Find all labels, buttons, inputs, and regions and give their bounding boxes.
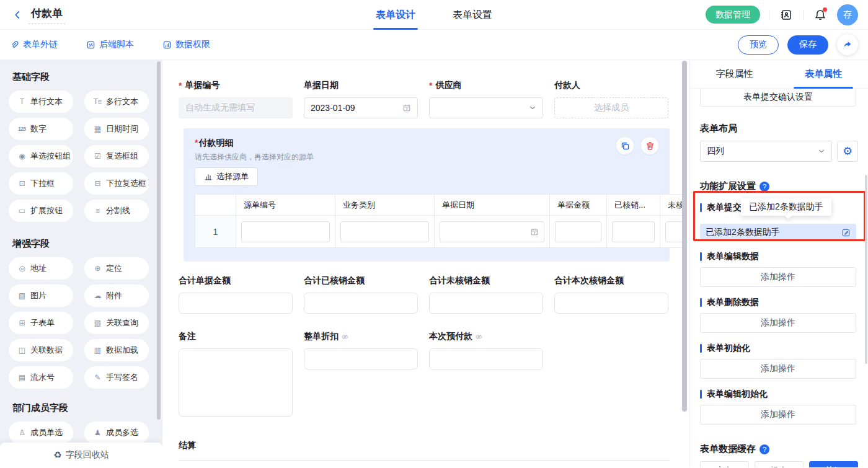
doc-date-input[interactable]: 2023-01-09 <box>304 97 418 118</box>
field-pill-attachment[interactable]: ☁附件 <box>84 285 149 307</box>
help-icon[interactable]: ? <box>760 182 769 192</box>
field-pill-extend-button[interactable]: ▭扩展按钮 <box>9 200 73 222</box>
field-label: 单据日期 <box>304 80 418 91</box>
delete-row-button[interactable] <box>641 137 658 154</box>
field-pill-locate[interactable]: ⊕定位 <box>84 257 149 280</box>
form-delete-data-add-action-button[interactable]: 添加操作 <box>700 313 856 333</box>
prepay-input[interactable] <box>429 348 543 369</box>
payment-detail-section[interactable]: *付款明细 请先选择供应商，再选择对应的源单 <box>184 128 670 262</box>
form-external-link[interactable]: 表单外链 <box>10 39 58 50</box>
field-pill-signature[interactable]: ✎手写签名 <box>84 366 149 389</box>
field-remark: 备注 <box>179 331 293 417</box>
data-assistant-text: 已添加2条数据助手 <box>706 227 780 238</box>
field-pill-image[interactable]: ▨图片 <box>9 285 73 307</box>
total-input[interactable] <box>554 293 668 314</box>
canvas-scrollbar[interactable] <box>682 61 687 412</box>
page-title[interactable]: 付款单 <box>29 5 65 24</box>
sidebar-scrollbar[interactable] <box>157 61 161 420</box>
field-prepay: 本次预付款 <box>429 331 543 417</box>
doc-number-input[interactable]: 自动生成无需填写 <box>179 97 293 118</box>
address-book-button[interactable] <box>778 7 794 23</box>
app-header: 付款单 表单设计 表单设置 数据管理 存 <box>0 0 868 30</box>
field-pill-sub-form[interactable]: ⊞子表单 <box>9 312 73 334</box>
field-pill-relation-query[interactable]: ▧关联查询 <box>84 312 149 334</box>
total-input[interactable] <box>304 293 418 314</box>
tab-form-settings[interactable]: 表单设置 <box>453 0 492 30</box>
field-label: 整单折扣 <box>304 331 418 342</box>
field-pill-single-line-text[interactable]: T单行文本 <box>9 91 73 113</box>
field-label: 付款人 <box>554 80 668 91</box>
backend-script-link[interactable]: 后端脚本 <box>86 39 134 50</box>
section-bar <box>700 344 702 353</box>
field-recycle-bin[interactable]: ♻ 字段回收站 <box>0 443 162 467</box>
field-pill-relation-data[interactable]: ◫关联数据 <box>9 339 73 361</box>
detail-title: *付款明细 <box>195 138 658 149</box>
select-source-button[interactable]: 选择源单 <box>195 167 258 186</box>
field-pill-label: 单选按钮组 <box>30 151 71 162</box>
supplier-input[interactable] <box>429 97 543 118</box>
field-pill-number[interactable]: 123数字 <box>9 118 73 140</box>
detail-cell <box>335 216 435 248</box>
tab-form-properties[interactable]: 表单属性 <box>779 60 868 88</box>
cache-option-提交[interactable]: 提交 <box>755 461 804 467</box>
field-pill-label: 成员单选 <box>30 427 63 438</box>
detail-cell-input[interactable] <box>440 221 544 242</box>
notification-button[interactable] <box>812 7 828 23</box>
field-pill-serial-number[interactable]: ▤流水号 <box>9 366 73 389</box>
user-avatar[interactable]: 存 <box>837 4 858 25</box>
form-edit-data-add-action-button[interactable]: 添加操作 <box>700 267 856 287</box>
layout-select[interactable]: 四列 <box>700 141 832 162</box>
total-field: 合计未核销金额 <box>429 275 543 314</box>
field-pill-radio-group[interactable]: ◉单选按钮组 <box>9 145 73 167</box>
remark-input[interactable] <box>179 348 293 417</box>
cache-option-关闭[interactable]: 关闭 <box>809 461 858 467</box>
detail-cell-input[interactable] <box>241 221 330 242</box>
form-layout-title: 表单布局 <box>700 123 858 135</box>
cache-option-永久[interactable]: 永久 <box>700 461 749 467</box>
total-input[interactable] <box>179 293 293 314</box>
properties-panel: 字段属性 表单属性 表单提交确认设置 表单布局 四列 ⚙ 功能扩展设置 ? <box>689 60 868 467</box>
total-input[interactable] <box>429 293 543 314</box>
field-pill-data-load[interactable]: ▥数据加载 <box>84 339 149 361</box>
field-pill-dropdown-multi[interactable]: ⊟下拉复选框 <box>84 172 149 195</box>
save-button[interactable]: 保存 <box>787 35 828 55</box>
layout-settings-button[interactable]: ⚙ <box>837 141 858 162</box>
field-pill-dropdown[interactable]: ⊡下拉框 <box>9 172 73 195</box>
detail-cell-input[interactable] <box>612 221 655 242</box>
panel-scrollbar[interactable] <box>865 175 867 364</box>
tab-form-design[interactable]: 表单设计 <box>376 0 415 30</box>
field-pill-datetime[interactable]: ▦日期时间 <box>84 118 149 140</box>
field-pill-member-multi[interactable]: ♟成员多选 <box>84 422 149 444</box>
field-pill-label: 分割线 <box>106 205 130 216</box>
form-edit-init-add-action-button[interactable]: 添加操作 <box>700 405 856 425</box>
field-pill-label: 下拉复选框 <box>106 178 146 189</box>
order-discount-input[interactable] <box>304 348 418 369</box>
field-pill-member-single[interactable]: ♙成员单选 <box>9 422 73 444</box>
share-button[interactable] <box>837 34 858 55</box>
detail-col-header: 业务类别 <box>335 195 435 216</box>
field-pill-label: 子表单 <box>30 317 55 329</box>
sub-toolbar: 表单外链 后端脚本 数据权限 预览 保存 <box>0 30 868 60</box>
submit-confirm-settings-button[interactable]: 表单提交确认设置 <box>700 89 856 107</box>
back-button[interactable] <box>10 7 25 22</box>
field-pill-checkbox-group[interactable]: ☑复选框组 <box>84 145 149 167</box>
field-pill-address[interactable]: ◎地址 <box>9 257 73 280</box>
field-pill-divider[interactable]: ≡分割线 <box>84 200 149 222</box>
data-manage-button[interactable]: 数据管理 <box>706 6 760 24</box>
field-pill-multi-line-text[interactable]: T≡多行文本 <box>84 91 149 113</box>
data-assistant-row[interactable]: 已添加2条数据助手 <box>700 224 856 241</box>
form-init-add-action-button[interactable]: 添加操作 <box>700 359 856 379</box>
field-label: 本次预付款 <box>429 331 543 342</box>
help-icon[interactable]: ? <box>760 444 769 454</box>
data-permission-link[interactable]: 数据权限 <box>162 39 210 50</box>
field-label: 合计已核销金额 <box>304 275 418 286</box>
copy-row-button[interactable] <box>616 137 634 154</box>
detail-cell-input[interactable] <box>340 221 429 242</box>
field-label: 合计未核销金额 <box>429 275 543 286</box>
preview-button[interactable]: 预览 <box>738 35 779 55</box>
form-data-cache-title: 表单数据缓存 ? <box>700 443 858 455</box>
detail-cell-input[interactable] <box>555 221 601 242</box>
payer-input[interactable]: 选择成员 <box>554 97 668 118</box>
tab-field-properties[interactable]: 字段属性 <box>690 60 779 88</box>
multi-line-text-icon: T≡ <box>92 97 103 106</box>
